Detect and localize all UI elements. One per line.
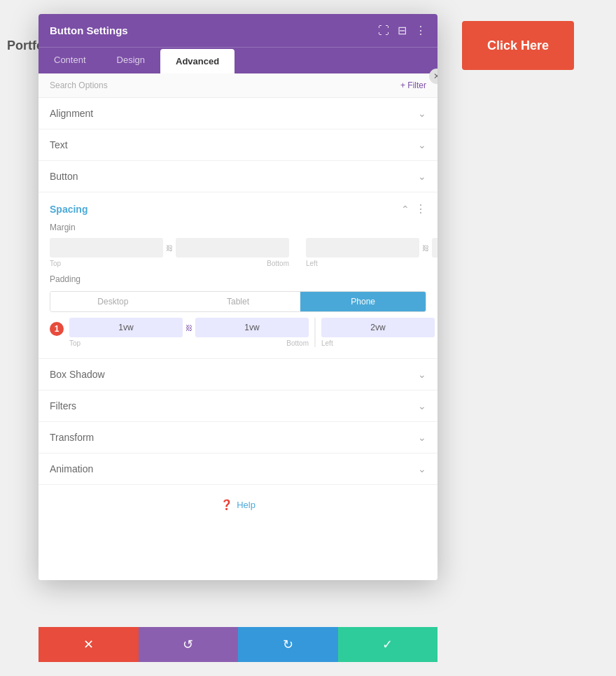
spacing-section: Spacing ⌃ ⋮ Margin ⛓ [38, 192, 438, 359]
padding-label: Padding [50, 274, 426, 284]
text-label: Text [50, 139, 68, 150]
text-section[interactable]: Text ⌄ [38, 129, 438, 161]
button-settings-modal: Button Settings ⛶ ⊟ ⋮ Content Design Adv… [38, 14, 438, 580]
tab-design[interactable]: Design [102, 48, 160, 73]
padding-bottom-label: Bottom [286, 339, 309, 347]
help-label[interactable]: Help [237, 500, 255, 510]
margin-link-icon-1: ⛓ [164, 244, 174, 252]
animation-chevron-icon: ⌄ [418, 463, 426, 474]
filters-label: Filters [50, 400, 76, 411]
button-chevron-icon: ⌄ [418, 171, 426, 182]
animation-label: Animation [50, 463, 93, 474]
device-tab-phone[interactable]: Phone [300, 292, 426, 311]
alignment-label: Alignment [50, 108, 93, 119]
margin-top-bottom-pair: ⛓ [50, 238, 289, 258]
device-tab-tablet[interactable]: Tablet [176, 292, 301, 311]
device-tab-desktop[interactable]: Desktop [50, 292, 176, 311]
spacing-more-icon[interactable]: ⋮ [415, 202, 426, 216]
margin-bottom-label: Bottom [267, 260, 289, 267]
padding-bottom-input[interactable] [195, 318, 309, 337]
padding-row: 1 ⛓ Top [50, 318, 426, 347]
padding-top-bottom-pair: ⛓ [69, 318, 309, 337]
alignment-chevron-icon: ⌄ [418, 108, 426, 119]
margin-left-input[interactable] [306, 238, 419, 258]
filters-section[interactable]: Filters ⌄ [38, 390, 438, 422]
margin-left-right-group: ⛓ Left Right [306, 238, 438, 267]
margin-bottom-input[interactable] [176, 238, 289, 258]
margin-row: ⛓ Top Bottom ⛓ [50, 238, 426, 267]
box-shadow-section[interactable]: Box Shadow ⌄ [38, 359, 438, 390]
box-shadow-chevron-icon: ⌄ [418, 369, 426, 380]
spacing-header-left: Spacing [50, 204, 88, 215]
modal-tabs: Content Design Advanced [38, 47, 438, 73]
split-view-icon[interactable]: ⊟ [398, 24, 407, 37]
margin-top-input[interactable] [50, 238, 163, 258]
save-button[interactable]: ✓ [338, 627, 438, 662]
transform-label: Transform [50, 432, 94, 443]
fullscreen-icon[interactable]: ⛶ [378, 24, 389, 37]
tab-content[interactable]: Content [38, 48, 102, 73]
spacing-content: Margin ⛓ Top Bottom [38, 220, 438, 358]
modal-body: Search Options + Filter Alignment ⌄ Text… [38, 73, 438, 580]
more-options-icon[interactable]: ⋮ [415, 24, 426, 37]
button-label: Button [50, 171, 78, 182]
padding-tb-col: ⛓ Top Bottom [69, 318, 309, 347]
help-section: ❓ Help [38, 485, 438, 524]
padding-link-icon-2: ⛓ [436, 324, 438, 332]
text-chevron-icon: ⌄ [418, 139, 426, 150]
transform-chevron-icon: ⌄ [418, 432, 426, 443]
modal-header: Button Settings ⛶ ⊟ ⋮ [38, 14, 438, 47]
header-icons: ⛶ ⊟ ⋮ [378, 24, 426, 37]
cancel-button[interactable]: ✕ [38, 627, 139, 662]
padding-link-icon-1: ⛓ [184, 324, 194, 332]
box-shadow-label: Box Shadow [50, 369, 105, 380]
padding-top-input[interactable] [69, 318, 183, 337]
click-here-button[interactable]: Click Here [462, 21, 574, 70]
filter-button[interactable]: + Filter [400, 80, 426, 90]
button-section[interactable]: Button ⌄ [38, 161, 438, 192]
padding-separator [314, 318, 316, 347]
animation-section[interactable]: Animation ⌄ [38, 453, 438, 485]
padding-fields: ⛓ Top Bottom [69, 318, 438, 347]
padding-left-input[interactable] [321, 318, 435, 337]
padding-top-bottom-group: ⛓ Top Bottom [69, 318, 438, 347]
help-icon: ❓ [220, 499, 232, 510]
margin-link-icon-2: ⛓ [421, 244, 430, 252]
search-bar: Search Options + Filter [38, 73, 438, 98]
spacing-header: Spacing ⌃ ⋮ [38, 192, 438, 220]
spacing-collapse-icon[interactable]: ⌃ [401, 204, 410, 215]
modal-title: Button Settings [50, 24, 128, 36]
padding-left-label: Left [321, 339, 333, 347]
padding-badge: 1 [50, 322, 64, 336]
margin-left-right-pair: ⛓ [306, 238, 438, 258]
spacing-title: Spacing [50, 204, 88, 215]
padding-lr-col: ⛓ Left Right [321, 318, 438, 347]
tab-advanced[interactable]: Advanced [160, 49, 234, 73]
alignment-section[interactable]: Alignment ⌄ [38, 98, 438, 129]
spacing-icons: ⌃ ⋮ [401, 202, 426, 216]
transform-section[interactable]: Transform ⌄ [38, 422, 438, 453]
padding-left-right-pair: ⛓ [321, 318, 438, 337]
margin-right-input[interactable] [432, 238, 438, 258]
margin-top-bottom-group: ⛓ Top Bottom [50, 238, 289, 267]
redo-button[interactable]: ↻ [238, 627, 338, 662]
margin-label: Margin [50, 223, 426, 232]
spacer [38, 524, 438, 580]
filters-chevron-icon: ⌄ [418, 400, 426, 411]
padding-top-label: Top [69, 339, 80, 347]
device-tabs: Desktop Tablet Phone [50, 291, 426, 312]
margin-top-label: Top [50, 260, 61, 267]
action-bar: ✕ ↺ ↻ ✓ [38, 627, 438, 662]
margin-left-label: Left [306, 260, 318, 267]
undo-button[interactable]: ↺ [139, 627, 239, 662]
search-placeholder: Search Options [50, 80, 108, 90]
